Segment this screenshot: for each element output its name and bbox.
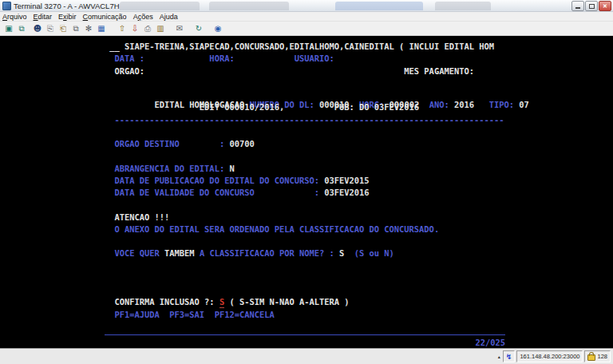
copy-append-icon[interactable]: ⧉ xyxy=(70,23,81,34)
row-divider: ----------------------------------------… xyxy=(105,115,504,125)
row-classificacao-pergunta: VOCE QUER TAMBEM A CLASSIFICACAO POR NOM… xyxy=(105,248,394,259)
window-title: Terminal 3270 - A - AWVACL7H xyxy=(14,2,120,10)
menu-comunicacao[interactable]: Comunicação xyxy=(83,13,127,21)
web-icon[interactable]: ◉ xyxy=(212,23,223,34)
row-data-validade: DATA DE VALIDADE DO CONCURSO : 03FEV2016 xyxy=(105,188,370,198)
receive-file-icon[interactable]: ⇩ xyxy=(129,23,140,34)
screen-text-segment: ABRANGENCIA DO EDITAL: xyxy=(105,164,229,173)
encryption-box: 128 xyxy=(584,350,611,362)
terminal-screen: __ SIAPE-TREINA,SIAPECAD,CONCURSADO,EDIT… xyxy=(0,36,613,351)
encryption-bits: 128 xyxy=(597,353,607,360)
screen-text-segment: __ SIAPE-TREINA,SIAPECAD,CONCURSADO,EDIT… xyxy=(105,42,494,51)
background-browser-tab xyxy=(335,2,423,10)
screen-text-segment: EDIT 000010/2016, PUB: DO 03FEV2016 xyxy=(105,102,419,112)
row-command-line[interactable]: __ SIAPE-TREINA,SIAPECAD,CONCURSADO,EDIT… xyxy=(105,42,494,52)
ano-value: 2016 xyxy=(454,100,474,109)
row-orgao-destino: ORGAO DESTINO : 00700 xyxy=(105,139,255,149)
row-anexo-info: O ANEXO DO EDITAL SERA ORDENADO PELA CLA… xyxy=(105,224,439,235)
display-setup-icon[interactable]: ▦ xyxy=(96,23,107,34)
menu-label: ibir xyxy=(67,13,77,21)
status-expand-icon[interactable]: ▴ xyxy=(498,354,500,359)
row-edital-header: EDITAL HOMOLOGACAO NUMERO DO DL: 000010 … xyxy=(105,90,529,101)
window-controls: ✕ xyxy=(571,1,611,11)
screen-text-area: __ SIAPE-TREINA,SIAPECAD,CONCURSADO,EDIT… xyxy=(105,42,506,345)
screen-text-segment: ANO: xyxy=(419,100,454,109)
screen-text-segment: ----------------------------------------… xyxy=(105,115,504,125)
menu-label: ditar xyxy=(38,13,53,21)
close-button[interactable]: ✕ xyxy=(599,1,611,11)
menu-label: rquivo xyxy=(7,13,27,21)
screen-text-segment: VOCE QUER xyxy=(105,248,164,258)
operator-info-area: MA + a 22/025 xyxy=(105,338,505,349)
toolbar: ▣ ⧉ ☻ ⎘ ⎗ ⧉ ✻ ▦ ⇧ ⇩ ⎙ ▥ ✉ ↻ ◉ xyxy=(0,22,613,36)
row-data-hora-usuario: DATA : HORA: USUARIO: xyxy=(105,53,334,64)
paste-icon[interactable]: ⎗ xyxy=(57,23,69,34)
row-data-publicacao: DATA DE PUBLICACAO DO EDITAL DO CONCURSO… xyxy=(105,176,370,186)
screen-text-segment: O ANEXO DO EDITAL SERA ORDENADO PELA CLA… xyxy=(105,224,439,234)
print-icon[interactable]: ⎙ xyxy=(142,23,153,34)
screen-text-segment: DATA DE VALIDADE DO CONCURSO : xyxy=(105,188,324,197)
send-file-icon[interactable]: ⇧ xyxy=(117,23,128,34)
duplicate-session-icon[interactable]: ⧉ xyxy=(16,23,27,34)
screen-text-segment: TIPO: xyxy=(474,100,519,109)
screen-text-segment: ORGAO DESTINO : xyxy=(105,139,229,148)
menu-bar: Arquivo Editar Exibir Comunicação Ações … xyxy=(0,12,613,22)
row-orgao-mes-pagamento: ORGAO: MES PAGAMENTO: xyxy=(105,66,474,77)
background-browser-tab xyxy=(209,2,289,10)
screen-text-segment: ORGAO: MES PAGAMENTO: xyxy=(105,66,474,76)
terminal-3270-window: Terminal 3270 - A - AWVACL7H ✕ Arquivo E… xyxy=(0,0,613,364)
row-edit-pub: EDIT 000010/2016, PUB: DO 03FEV2016 xyxy=(105,102,419,113)
row-pf-keys: PF1=AJUDA PF3=SAI PF12=CANCELA xyxy=(105,310,275,320)
copy-icon[interactable]: ⎘ xyxy=(45,23,56,34)
menu-label: ões xyxy=(141,13,153,21)
lock-icon xyxy=(587,354,595,361)
minimize-icon xyxy=(575,7,580,9)
oia-separator-line xyxy=(105,334,505,335)
mail-icon[interactable]: ✉ xyxy=(174,23,185,34)
minimize-button[interactable] xyxy=(571,1,584,11)
user-profile-icon[interactable]: ☻ xyxy=(32,23,43,34)
menu-arquivo[interactable]: Arquivo xyxy=(2,13,27,21)
data-validade-value: 03FEV2016 xyxy=(324,188,369,197)
cursor-position-indicator: 22/025 xyxy=(475,338,505,347)
host-address-box: 161.148.48.200:23000 xyxy=(516,350,583,362)
menu-label: uda xyxy=(166,13,178,21)
title-bar: Terminal 3270 - A - AWVACL7H ✕ xyxy=(0,0,613,12)
refresh-icon[interactable]: ↻ xyxy=(193,23,204,34)
close-icon: ✕ xyxy=(603,3,607,9)
orgao-destino-value: 00700 xyxy=(229,139,254,148)
screen-text-segment: ( S-SIM N-NAO A-ALTERA ) xyxy=(224,297,349,307)
screen-text-segment: CONFIRMA INCLUSAO ?: xyxy=(105,297,219,307)
screen-text-segment: DATA : HORA: USUARIO: xyxy=(105,53,334,63)
abrangencia-value: N xyxy=(229,164,234,173)
connection-icon: ↯ xyxy=(506,353,512,361)
new-session-icon[interactable]: ▣ xyxy=(3,23,14,34)
row-abrangencia: ABRANGENCIA DO EDITAL: N xyxy=(105,164,235,174)
screen-text-segment: A CLASSIFICACAO POR NOME? : xyxy=(195,248,339,258)
capture-icon[interactable]: ▥ xyxy=(155,23,166,34)
connection-status-box: ↯ xyxy=(503,350,516,362)
menu-label: omunicação xyxy=(88,13,127,21)
emulator-status-bar: ▴ ↯ 161.148.48.200:23000 128 xyxy=(0,348,613,364)
host-address: 161.148.48.200:23000 xyxy=(520,353,579,360)
screen-text-segment: (S ou N) xyxy=(344,248,394,258)
restore-icon xyxy=(589,4,595,9)
menu-exibir[interactable]: Exibir xyxy=(58,13,77,21)
data-publicacao-value: 03FEV2015 xyxy=(324,176,369,185)
screen-text-segment: DATA DE PUBLICACAO DO EDITAL DO CONCURSO… xyxy=(105,176,324,185)
menu-acoes[interactable]: Ações xyxy=(133,13,153,21)
background-browser-tab xyxy=(435,2,491,10)
screen-text-segment: ATENCAO !!! xyxy=(105,212,169,222)
row-confirma-inclusao: CONFIRMA INCLUSAO ?: S ( S-SIM N-NAO A-A… xyxy=(105,297,350,307)
screen-text-segment: PF1=AJUDA PF3=SAI PF12=CANCELA xyxy=(105,310,275,319)
row-atencao: ATENCAO !!! xyxy=(105,212,169,223)
tipo-value: 07 xyxy=(519,100,529,109)
background-browser-tab xyxy=(120,2,200,10)
settings-icon[interactable]: ✻ xyxy=(83,23,94,34)
app-icon xyxy=(2,2,11,10)
menu-ajuda[interactable]: Ajuda xyxy=(160,13,178,21)
restore-button[interactable] xyxy=(585,1,598,11)
menu-editar[interactable]: Editar xyxy=(34,13,53,21)
screen-text-segment: TAMBEM xyxy=(164,248,195,258)
